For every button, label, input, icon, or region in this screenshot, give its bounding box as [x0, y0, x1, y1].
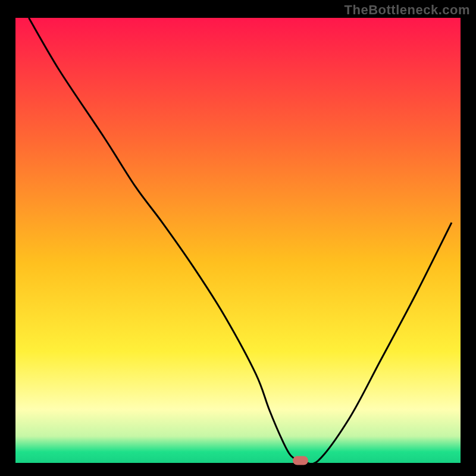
chart-stage: TheBottleneck.com	[0, 0, 476, 476]
gradient-background	[15, 18, 461, 463]
plot-area	[15, 18, 461, 463]
plot-svg	[15, 18, 461, 463]
watermark-text: TheBottleneck.com	[345, 2, 470, 18]
optimum-marker	[293, 456, 308, 465]
